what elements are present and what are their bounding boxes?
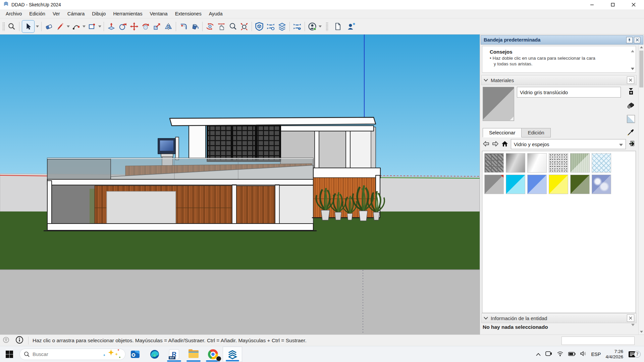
- search-highlights-sparkles-icon[interactable]: [102, 349, 121, 360]
- scrollbar-down-icon[interactable]: [639, 329, 644, 335]
- menu-herramientas[interactable]: Herramientas: [109, 9, 146, 18]
- menu-edicion[interactable]: Edición: [25, 9, 49, 18]
- collection-details-icon[interactable]: [629, 140, 636, 148]
- taskbar-app-chrome[interactable]: [203, 347, 223, 362]
- offset-tool-button[interactable]: [178, 21, 189, 32]
- menu-ventana[interactable]: Ventana: [146, 9, 171, 18]
- tab-edicion[interactable]: Edición: [522, 128, 550, 137]
- menu-camara[interactable]: Cámara: [64, 9, 89, 18]
- back-arrow-icon[interactable]: [483, 141, 489, 147]
- line-tool-button[interactable]: [55, 21, 66, 32]
- tips-scroll-up-icon[interactable]: [631, 48, 634, 53]
- start-button[interactable]: [1, 346, 17, 362]
- material-swatch-glass-blue[interactable]: [527, 175, 547, 194]
- taskbar-app-explorer[interactable]: [184, 347, 203, 362]
- select-tool-dropdown[interactable]: [35, 21, 40, 32]
- taskbar-app-revit[interactable]: R RVT: [164, 347, 184, 362]
- pin-icon[interactable]: [626, 37, 633, 43]
- eyedropper-icon[interactable]: [627, 128, 635, 137]
- terrace-glass-railing[interactable]: [47, 158, 313, 182]
- toolbar-grip-2[interactable]: [326, 22, 328, 31]
- menu-dibujo[interactable]: Dibujo: [88, 9, 109, 18]
- material-swatch-glass-sky-blue[interactable]: [506, 175, 525, 194]
- menu-ver[interactable]: Ver: [49, 9, 64, 18]
- toolbar-grip[interactable]: [2, 22, 5, 31]
- flip-tool-button[interactable]: [163, 21, 174, 32]
- material-swatch-glass-gray-translucent[interactable]: [484, 175, 504, 194]
- warehouse-3d-button[interactable]: [254, 21, 265, 32]
- extension-warehouse-button[interactable]: [265, 21, 276, 32]
- home-icon[interactable]: [501, 141, 508, 148]
- meet-now-icon[interactable]: [545, 351, 552, 358]
- material-swatch-mirror-light[interactable]: [527, 153, 547, 173]
- minimize-button[interactable]: [582, 0, 602, 9]
- forward-arrow-icon[interactable]: [492, 141, 499, 147]
- tray-scrollbar[interactable]: [638, 45, 644, 335]
- material-swatch-ribbed-green[interactable]: [570, 153, 590, 173]
- material-swatch-glass-blocks[interactable]: [484, 153, 504, 173]
- taskbar-app-sketchup[interactable]: [223, 347, 242, 362]
- zoom-extents-button[interactable]: [238, 21, 250, 32]
- material-swatch-glass-clouds[interactable]: [592, 175, 611, 194]
- account-button[interactable]: [307, 21, 318, 32]
- followme-tool-button[interactable]: [117, 21, 128, 32]
- collection-dropdown[interactable]: Vidrio y espejos: [511, 139, 626, 149]
- material-preview[interactable]: [483, 87, 514, 121]
- move-tool-button[interactable]: [128, 21, 140, 32]
- search-input[interactable]: [33, 351, 90, 357]
- styles-layers-button[interactable]: [276, 21, 288, 32]
- measurements-input[interactable]: [561, 337, 635, 345]
- create-material-icon[interactable]: [627, 101, 635, 110]
- account-dropdown[interactable]: [318, 21, 322, 32]
- paint-tool-button[interactable]: [189, 21, 201, 32]
- modeling-viewport[interactable]: [0, 35, 480, 335]
- tray-header[interactable]: Bandeja predeterminada: [481, 35, 643, 45]
- maximize-button[interactable]: [602, 0, 623, 9]
- material-name-field[interactable]: [517, 87, 621, 98]
- shoji-windows[interactable]: [207, 126, 280, 161]
- pan-tool-button[interactable]: [216, 21, 227, 32]
- new-document-button[interactable]: [332, 21, 343, 32]
- scrollbar-thumb[interactable]: [639, 51, 643, 87]
- entity-info-close-icon[interactable]: [627, 314, 634, 322]
- line-tool-dropdown[interactable]: [66, 21, 70, 32]
- zoom-tool-button[interactable]: [227, 21, 238, 32]
- language-indicator[interactable]: ESP: [591, 352, 601, 357]
- tray-chevron-up-icon[interactable]: [536, 351, 541, 357]
- material-swatch-obscure-speckled[interactable]: [549, 153, 568, 173]
- preview-resize-corner[interactable]: [510, 117, 514, 120]
- info-icon[interactable]: [15, 336, 23, 345]
- speaker-icon[interactable]: [580, 351, 586, 358]
- menu-ayuda[interactable]: Ayuda: [205, 9, 226, 18]
- rotate-tool-button[interactable]: [140, 21, 151, 32]
- roof-slab[interactable]: [170, 117, 376, 126]
- clock[interactable]: 7:26 4/4/2026: [605, 349, 623, 360]
- wifi-icon[interactable]: [557, 351, 564, 358]
- search-tool-button[interactable]: [6, 21, 17, 32]
- taskbar-app-outlook[interactable]: [125, 347, 145, 362]
- taskbar-app-edge[interactable]: [145, 347, 164, 362]
- menu-extensiones[interactable]: Extensiones: [171, 9, 205, 18]
- entity-scroll-down-icon[interactable]: [631, 321, 635, 327]
- eraser-tool-button[interactable]: [43, 21, 55, 32]
- pushpull-tool-button[interactable]: [106, 21, 117, 32]
- rectangle-tool-button[interactable]: [86, 21, 98, 32]
- sliding-panel[interactable]: [107, 191, 176, 224]
- scale-tool-button[interactable]: [151, 21, 163, 32]
- materials-section-header[interactable]: Materiales: [481, 75, 637, 85]
- default-material-icon[interactable]: [627, 115, 635, 123]
- geolocation-icon[interactable]: [3, 337, 9, 345]
- tab-seleccionar[interactable]: Seleccionar: [483, 128, 522, 137]
- taskbar-search[interactable]: [19, 349, 125, 360]
- tips-scroll-down-icon[interactable]: [631, 65, 634, 71]
- material-swatch-blue-lattice[interactable]: [592, 153, 611, 173]
- select-tool-button[interactable]: [22, 21, 34, 32]
- orbit-tool-button[interactable]: [204, 21, 216, 32]
- material-swatch-mirror-gray[interactable]: [506, 153, 525, 173]
- material-swatch-glass-dark-green[interactable]: [570, 175, 590, 194]
- arc-tool-button[interactable]: [70, 21, 82, 32]
- extension-manager-button[interactable]: [291, 21, 303, 32]
- close-button[interactable]: [623, 0, 644, 9]
- scrollbar-up-icon[interactable]: [639, 45, 644, 50]
- battery-icon[interactable]: [568, 351, 576, 357]
